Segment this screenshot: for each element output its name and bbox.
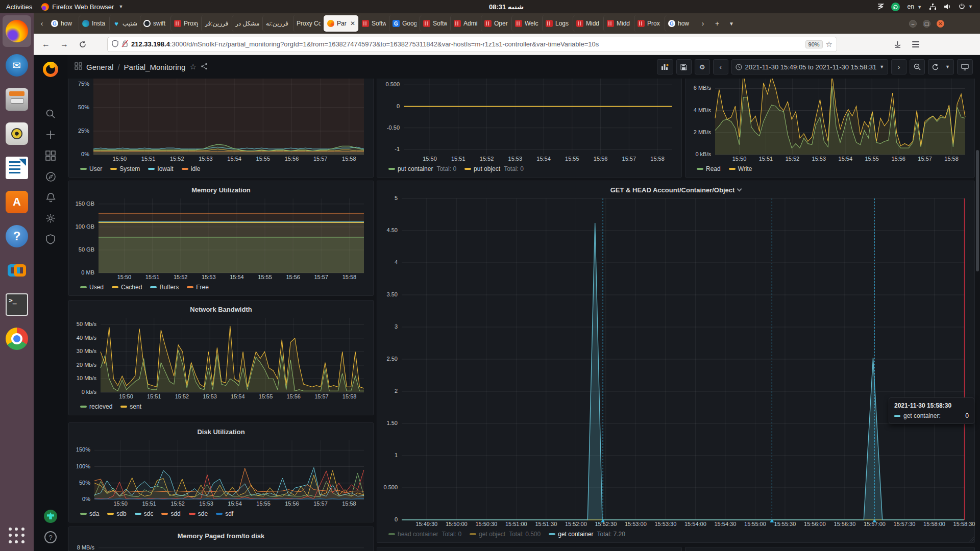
legend-item-sdf[interactable]: sdf [216, 510, 233, 517]
legend-item-user[interactable]: User [80, 165, 102, 172]
refresh-button[interactable]: ▼ [928, 59, 954, 74]
dock-item-firefox[interactable] [3, 15, 31, 47]
tab-9-active[interactable]: Par✕ [324, 15, 358, 32]
dock-item-terminal[interactable]: >_ [3, 289, 31, 320]
memory-paged-chart[interactable]: 8 MB/s [73, 542, 369, 551]
tab-0[interactable]: Ghow [48, 15, 79, 32]
legend-item-write[interactable]: Write [729, 165, 752, 172]
tab-16[interactable]: Logs [542, 15, 573, 32]
url-text[interactable]: 212.33.198.4:3000/d/nSnoIkFnz/partial_mo… [131, 40, 802, 48]
network-chart[interactable]: 15:5015:5115:5215:5315:5415:5515:5615:57… [73, 316, 369, 400]
dock-item-ubuntu-software[interactable]: A [3, 186, 31, 218]
show-applications-button[interactable] [6, 524, 28, 547]
sidebar-item-profile[interactable] [40, 506, 61, 527]
insecure-lock-icon[interactable] [121, 40, 128, 49]
legend-item-buffers[interactable]: Buffers [150, 284, 179, 291]
legend-item-put-object[interactable]: put objectTotal: 0 [464, 165, 524, 172]
cpu-chart[interactable]: 15:5015:5115:5215:5315:5415:5515:5615:57… [73, 79, 369, 163]
tab-5[interactable]: فرزین:فر [201, 15, 232, 32]
sidebar-item-help[interactable]: ? [40, 527, 61, 547]
legend-item-read[interactable]: Read [697, 165, 721, 172]
panel-title[interactable]: Memory Paged from/to disk [73, 529, 369, 542]
panel-title[interactable]: Network Bandwidth [73, 303, 369, 316]
legend-item-sde[interactable]: sde [189, 510, 208, 517]
breadcrumb-folder[interactable]: General [86, 63, 113, 71]
tab-7[interactable]: فرزین:نه [262, 15, 293, 32]
tab-14[interactable]: Oper [481, 15, 511, 32]
clock[interactable]: 08:31 شنبه [489, 3, 524, 11]
scroll-tabs-right-icon[interactable]: › [696, 19, 709, 28]
tab-13[interactable]: Admi [450, 15, 481, 32]
breadcrumb-dashboard-name[interactable]: Partial_Monitoring [124, 63, 186, 71]
add-panel-button[interactable] [657, 59, 673, 74]
put-chart[interactable]: 15:5015:5115:5215:5315:5415:5515:5615:57… [381, 79, 677, 163]
tab-17[interactable]: Midd [573, 15, 603, 32]
scroll-tabs-left-icon[interactable]: ‹ [37, 19, 47, 28]
legend-item-idle[interactable]: idle [182, 165, 201, 172]
tab-2[interactable]: ♥پشتیب [109, 15, 140, 32]
reload-button[interactable] [76, 37, 90, 52]
dock-item-chrome[interactable] [3, 323, 31, 355]
read-write-chart[interactable]: 15:5015:5115:5215:5315:5415:5515:5615:57… [690, 79, 970, 163]
dashboard-settings-button[interactable]: ⚙ [695, 59, 710, 74]
legend-item-iowait[interactable]: Iowait [148, 165, 173, 172]
sidebar-item-configuration[interactable] [40, 208, 61, 229]
memory-chart[interactable]: 15:5015:5115:5215:5315:5415:5515:5615:57… [73, 196, 369, 281]
legend-item-free[interactable]: Free [187, 284, 209, 291]
volume-icon[interactable] [944, 3, 951, 10]
sidebar-item-search[interactable] [40, 104, 61, 124]
close-tab-icon[interactable]: ✕ [350, 20, 355, 27]
scrollbar-thumb[interactable] [976, 150, 979, 271]
legend-item-cached[interactable]: Cached [112, 284, 142, 291]
grafana-logo[interactable] [40, 59, 61, 80]
list-tabs-icon[interactable]: ▼ [725, 21, 738, 27]
legend-item-recieved[interactable]: recieved [80, 403, 112, 410]
time-range-picker[interactable]: 2021-11-30 15:49:05 to 2021-11-30 15:58:… [731, 59, 888, 74]
page-zoom-badge[interactable]: 90% [805, 40, 823, 48]
panel-title[interactable]: Disk Utilization [73, 425, 369, 438]
activities-button[interactable]: Activities [6, 3, 32, 11]
tab-20[interactable]: Ghow [665, 15, 695, 32]
sidebar-item-explore[interactable] [40, 166, 61, 187]
dock-item-help[interactable]: ? [3, 220, 31, 252]
shield-icon[interactable] [112, 40, 118, 49]
dock-item-thunderbird[interactable]: ✉ [3, 49, 31, 81]
time-range-back-button[interactable]: ‹ [713, 59, 728, 74]
favorite-star-icon[interactable]: ☆ [189, 62, 196, 71]
cycle-view-mode-button[interactable] [957, 59, 973, 74]
input-method-icon[interactable] [877, 3, 884, 10]
legend-item-head-container[interactable]: head containerTotal: 0 [388, 531, 461, 538]
legend-item-used[interactable]: Used [80, 284, 104, 291]
tab-6[interactable]: مشکل در [232, 15, 262, 32]
legend-item-sda[interactable]: sda [80, 510, 99, 517]
tab-10[interactable]: Softw [358, 15, 389, 32]
legend-item-sdc[interactable]: sdc [135, 510, 154, 517]
save-to-pocket-icon[interactable] [890, 37, 904, 52]
tab-3[interactable]: swift [140, 15, 170, 32]
legend-item-sdb[interactable]: sdb [107, 510, 126, 517]
keyboard-layout-indicator[interactable]: en ▼ [907, 3, 922, 10]
sidebar-item-server-admin[interactable] [40, 229, 61, 249]
dock-item-rhythmbox[interactable] [3, 118, 31, 149]
legend-item-sent[interactable]: sent [120, 403, 141, 410]
dock-item-file-manager[interactable] [3, 84, 31, 115]
close-window-button[interactable]: ✕ [937, 20, 944, 28]
tab-11[interactable]: GGoog [389, 15, 420, 32]
legend-item-get-container[interactable]: get containerTotal: 7.20 [549, 531, 625, 538]
save-dashboard-button[interactable] [676, 59, 692, 74]
network-icon[interactable] [929, 3, 937, 10]
new-tab-button[interactable]: + [710, 19, 724, 28]
tab-1[interactable]: Insta [79, 15, 109, 32]
tab-19[interactable]: Prox [634, 15, 665, 32]
url-bar[interactable]: 212.33.198.4:3000/d/nSnoIkFnz/partial_mo… [107, 37, 837, 52]
dock-item-vmware[interactable] [3, 255, 31, 286]
menu-icon[interactable] [909, 37, 923, 52]
legend-item-system[interactable]: System [110, 165, 140, 172]
tab-12[interactable]: Softw [420, 15, 450, 32]
dock-item-libreoffice-writer[interactable] [3, 152, 31, 184]
sidebar-item-alerting[interactable] [40, 187, 61, 208]
refresh-interval-dropdown[interactable]: ▼ [942, 64, 950, 69]
get-head-chart[interactable]: 15:49:3015:50:0015:50:3015:51:0015:51:30… [381, 196, 970, 528]
tab-18[interactable]: Midd [603, 15, 634, 32]
time-range-forward-button[interactable]: › [891, 59, 906, 74]
